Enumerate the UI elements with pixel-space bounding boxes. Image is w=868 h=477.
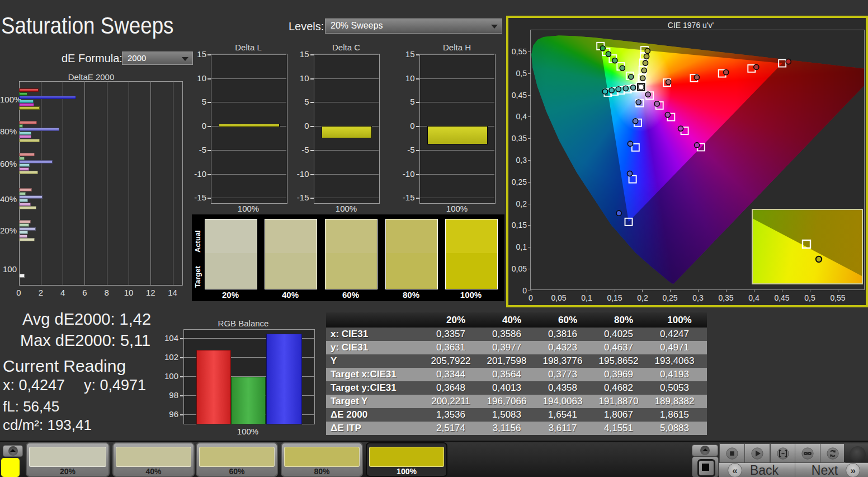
svg-text:Actual: Actual [194, 230, 202, 252]
svg-text:Target: Target [194, 266, 202, 288]
